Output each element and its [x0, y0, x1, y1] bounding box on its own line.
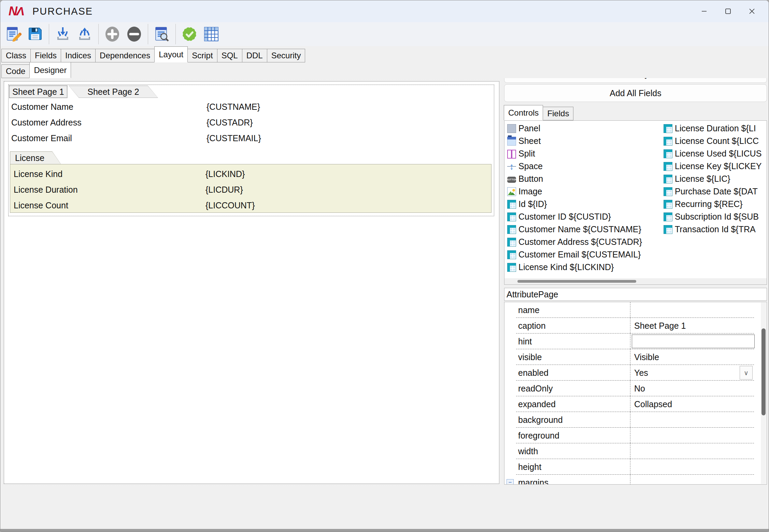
- sheet-page-tab-1[interactable]: Sheet Page 1: [9, 86, 67, 98]
- find-in-document-button[interactable]: [151, 24, 173, 45]
- property-value[interactable]: Visible: [634, 349, 659, 365]
- designer-canvas[interactable]: Sheet Page 1 Sheet Page 2 Customer Name …: [4, 81, 499, 484]
- license-group[interactable]: License License Kind {LICKIND} License D…: [10, 151, 494, 213]
- control-list-item[interactable]: Transaction Id ${TRA: [664, 223, 767, 236]
- control-list-item[interactable]: Customer Email ${CUSTEMAIL}: [507, 248, 661, 261]
- layout-sub-tab[interactable]: Designer: [29, 62, 71, 78]
- control-list-item[interactable]: License Key ${LICKEY: [664, 160, 767, 173]
- field-placeholder: {CUSTNAME}: [207, 102, 260, 112]
- property-row[interactable]: background: [516, 412, 754, 428]
- property-value[interactable]: No: [634, 381, 645, 396]
- main-tab[interactable]: Layout: [154, 46, 188, 62]
- control-list-item[interactable]: Customer Address ${CUSTADR}: [507, 236, 661, 248]
- toolbar-separator: [175, 24, 176, 44]
- control-list-item[interactable]: Customer ID ${CUSTID}: [507, 210, 661, 223]
- control-label: Purchase Date ${DAT: [675, 187, 758, 196]
- export-button[interactable]: [74, 24, 96, 45]
- property-name: margins: [518, 475, 549, 485]
- control-list-item[interactable]: License Kind ${LICKIND}: [507, 261, 661, 274]
- save-icon: [27, 26, 43, 42]
- control-list-item[interactable]: Recurring ${REC}: [664, 198, 767, 210]
- property-value[interactable]: Yes: [634, 365, 648, 381]
- horizontal-scrollbar-thumb[interactable]: [517, 280, 636, 283]
- control-list-item[interactable]: Button: [507, 173, 661, 185]
- field-label: Customer Name: [11, 102, 73, 112]
- remove-button[interactable]: [123, 24, 145, 45]
- control-list-item[interactable]: License ${LIC}: [664, 173, 767, 185]
- control-list-item[interactable]: Panel: [507, 122, 661, 135]
- property-row[interactable]: width: [516, 443, 754, 459]
- control-list-item[interactable]: Subscription Id ${SUB: [664, 210, 767, 223]
- control-list-item[interactable]: Sheet: [507, 135, 661, 147]
- property-row[interactable]: hint: [516, 334, 754, 349]
- property-name: readOnly: [518, 381, 553, 396]
- table-button[interactable]: [200, 24, 222, 45]
- hint-input[interactable]: [632, 335, 755, 348]
- control-icon: [507, 263, 516, 272]
- sheet-control[interactable]: Sheet Page 1 Sheet Page 2 Customer Name …: [8, 85, 494, 216]
- property-row[interactable]: enabled Yes: [516, 365, 754, 381]
- import-button[interactable]: [52, 24, 74, 45]
- property-row[interactable]: height: [516, 459, 754, 475]
- add-button[interactable]: [101, 24, 123, 45]
- designer-field-row[interactable]: Customer Email {CUSTEMAIL}: [11, 133, 491, 144]
- main-tab[interactable]: Security: [267, 49, 305, 62]
- control-list-item[interactable]: License Duration ${LI: [664, 122, 767, 135]
- control-list-item[interactable]: Purchase Date ${DAT: [664, 185, 767, 198]
- control-list-item[interactable]: Customer Name ${CUSTNAME}: [507, 223, 661, 236]
- control-list-item[interactable]: Split: [507, 147, 661, 160]
- palette-tab[interactable]: Controls: [504, 105, 543, 120]
- attribute-page-header: AttributePage: [504, 288, 767, 301]
- property-row[interactable]: caption Sheet Page 1: [516, 318, 754, 334]
- designer-field-row[interactable]: Customer Name {CUSTNAME}: [11, 101, 491, 112]
- control-label: Customer Address ${CUSTADR}: [518, 237, 642, 247]
- license-group-tab[interactable]: License: [10, 151, 61, 164]
- layout-sub-tab[interactable]: Code: [1, 64, 30, 78]
- license-group-title: License: [10, 152, 61, 164]
- palette-tab[interactable]: Fields: [543, 107, 573, 120]
- designer-field-row[interactable]: License Kind {LICKIND}: [14, 168, 488, 179]
- property-row[interactable]: expanded Collapsed: [516, 396, 754, 412]
- property-value[interactable]: Collapsed: [634, 396, 672, 412]
- dropdown-button[interactable]: [740, 366, 753, 380]
- minimize-button[interactable]: [692, 3, 716, 20]
- controls-list: Panel Sheet Split Space Button: [504, 120, 767, 285]
- designer-field-row[interactable]: License Duration {LICDUR}: [14, 184, 488, 195]
- control-icon: [507, 177, 516, 183]
- main-tab[interactable]: DDL: [242, 49, 267, 62]
- save-button[interactable]: [24, 24, 46, 45]
- control-list-item[interactable]: License Count ${LICC: [664, 135, 767, 147]
- vertical-scrollbar-thumb[interactable]: [761, 328, 766, 415]
- property-row[interactable]: margins: [516, 475, 754, 485]
- property-row[interactable]: readOnly No: [516, 381, 754, 396]
- property-value[interactable]: Sheet Page 1: [634, 318, 686, 334]
- validate-button[interactable]: [179, 24, 200, 45]
- main-tab[interactable]: SQL: [217, 49, 242, 62]
- field-label: License Duration: [14, 185, 78, 195]
- main-tab[interactable]: Dependences: [95, 49, 155, 62]
- property-row[interactable]: visible Visible: [516, 349, 754, 365]
- control-icon: [507, 212, 516, 221]
- maximize-button[interactable]: [716, 3, 740, 20]
- control-list-item[interactable]: License Used ${LICUS: [664, 147, 767, 160]
- vertical-scrollbar[interactable]: [761, 302, 766, 484]
- designer-field-row[interactable]: Customer Address {CUSTADR}: [11, 117, 491, 128]
- edit-note-button[interactable]: [2, 24, 24, 45]
- main-tab[interactable]: Indices: [61, 49, 96, 62]
- sheet-page-tab-2-label: Sheet Page 2: [69, 86, 158, 98]
- app-logo-icon: NΛ: [9, 4, 24, 18]
- control-list-item[interactable]: Id ${ID}: [507, 198, 661, 210]
- close-button[interactable]: [740, 3, 764, 20]
- sheet-page-tab-2[interactable]: Sheet Page 2: [69, 86, 158, 98]
- horizontal-scrollbar[interactable]: [504, 278, 767, 284]
- designer-field-row[interactable]: License Count {LICCOUNT}: [14, 200, 488, 211]
- control-list-item[interactable]: Space: [507, 160, 661, 173]
- main-tab[interactable]: Fields: [30, 49, 61, 62]
- main-tab[interactable]: Class: [1, 49, 31, 62]
- property-row[interactable]: foreground: [516, 428, 754, 443]
- add-all-fields-button[interactable]: Add All Fields: [504, 84, 767, 102]
- control-list-item[interactable]: Image: [507, 185, 661, 198]
- property-row[interactable]: name: [516, 302, 754, 318]
- property-name: hint: [518, 334, 532, 349]
- main-tab[interactable]: Script: [187, 49, 217, 62]
